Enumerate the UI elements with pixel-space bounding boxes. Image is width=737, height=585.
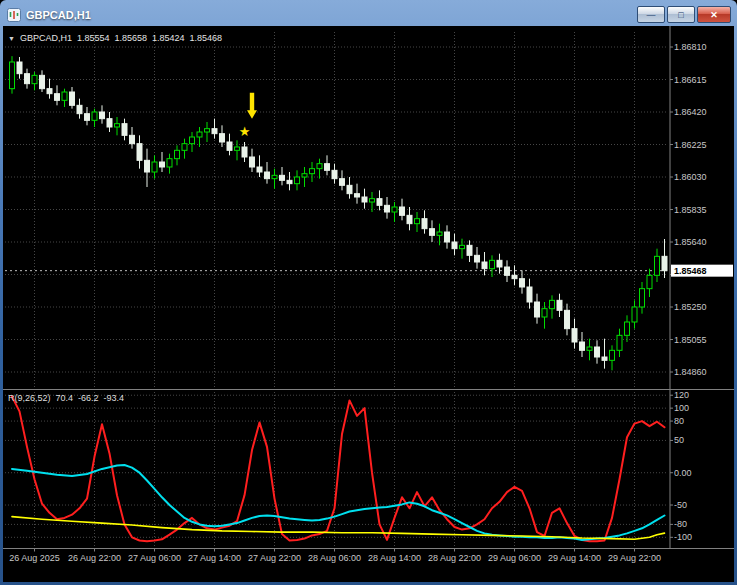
maximize-button[interactable]: □ [667,6,695,23]
candle-body [310,169,315,174]
price-label: 1.86615 [674,75,707,85]
candle-body [145,160,150,172]
candle-body [25,74,30,84]
time-label: 29 Aug 22:00 [608,553,661,563]
osc-level-label: 0.00 [674,468,692,478]
candle-body [220,134,225,142]
osc-level-label: 100 [674,403,689,413]
candle-body [370,199,375,202]
minimize-button[interactable]: — [637,6,665,23]
indicator-value-slow: -93.4 [104,393,125,403]
candle-body [122,124,127,136]
osc-level-label: -80 [674,519,687,529]
candle-body [355,194,360,197]
time-label: 27 Aug 14:00 [188,553,241,563]
candle-body [655,256,660,275]
candle-body [160,162,165,167]
price-label: 1.86225 [674,140,707,150]
candle-body [55,94,60,101]
collapse-icon[interactable]: ▼ [8,35,15,42]
candle-body [610,350,615,360]
osc-level-label: -100 [674,532,692,542]
osc-level-label: -50 [674,500,687,510]
candle-body [565,310,570,328]
candle-body [295,177,300,184]
price-label: 1.85640 [674,237,707,247]
candle-body [482,262,487,269]
candle-body [535,302,540,317]
candle-body [632,307,637,322]
oscillator-line-slow [12,517,665,540]
star-annotation: ★ [239,124,251,139]
chart-client-area[interactable]: 26 Aug 202526 Aug 22:0027 Aug 06:0027 Au… [3,26,734,582]
candle-body [647,275,652,288]
candle-body [167,159,172,167]
chart-canvas[interactable]: 26 Aug 202526 Aug 22:0027 Aug 06:0027 Au… [3,26,734,582]
candle-body [85,114,90,121]
candle-body [362,197,367,202]
chart-icon [6,7,21,22]
time-label: 29 Aug 14:00 [548,553,601,563]
candle-body [10,62,15,89]
time-label: 28 Aug 14:00 [368,553,421,563]
candle-body [437,232,442,235]
title-bar[interactable]: GBPCAD,H1 — □ ✕ [3,3,734,26]
candle-body [595,347,600,357]
candle-body [332,170,337,178]
candle-body [430,229,435,236]
price-label: 1.84860 [674,367,707,377]
candle-body [92,112,97,120]
candle-body [115,124,120,127]
candle-body [377,199,382,206]
candle-body [497,260,502,267]
low-value: 1.85424 [152,33,185,43]
candle-body [617,335,622,350]
candle-body [527,287,532,302]
candle-body [625,322,630,335]
close-value: 1.85468 [190,33,223,43]
oscillator-line-fast [12,397,665,542]
candle-body [212,129,217,134]
osc-level-label: 80 [674,416,684,426]
candle-body [662,256,667,270]
candle-body [280,175,285,180]
candle-body [197,132,202,137]
candle-body [175,150,180,158]
close-button[interactable]: ✕ [697,6,731,23]
indicator-value-fast: 70.4 [56,393,74,403]
candle-body [47,89,52,94]
candle-body [317,164,322,169]
arrow-down-annotation [247,93,257,119]
candle-body [505,267,510,275]
candle-body [445,232,450,242]
candle-body [520,279,525,287]
candle-body [17,62,22,74]
candle-body [587,347,592,350]
candle-body [40,75,45,88]
candle-body [347,185,352,193]
price-label: 1.86030 [674,172,707,182]
candle-body [467,245,472,255]
time-label: 28 Aug 22:00 [428,553,481,563]
candle-body [490,260,495,268]
candle-body [242,147,247,157]
time-label: 29 Aug 06:00 [488,553,541,563]
candle-body [475,255,480,262]
price-label: 1.85250 [674,302,707,312]
time-label: 26 Aug 22:00 [68,553,121,563]
window-title: GBPCAD,H1 [26,9,91,21]
window-controls: — □ ✕ [637,6,731,23]
chart-window: GBPCAD,H1 — □ ✕ 26 Aug 202526 Aug 22:002… [0,0,737,585]
candle-body [62,92,67,100]
price-label: 1.85055 [674,335,707,345]
price-label: 1.85835 [674,205,707,215]
candle-body [385,205,390,212]
candle-body [415,219,420,224]
candle-body [182,144,187,151]
price-label: 1.86810 [674,42,707,52]
candle-body [287,180,292,183]
open-value: 1.85554 [77,33,110,43]
candle-body [640,289,645,307]
time-label: 27 Aug 22:00 [248,553,301,563]
candle-body [130,135,135,143]
